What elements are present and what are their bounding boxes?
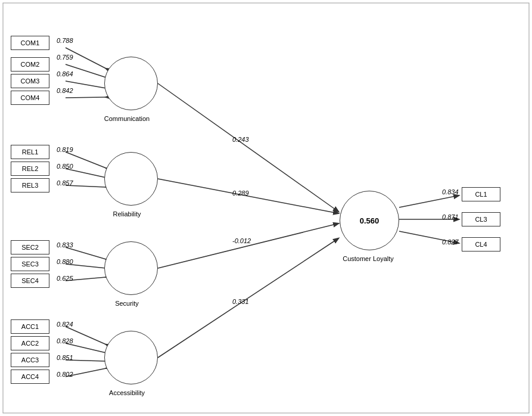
security-circle (104, 241, 158, 295)
cl1-label: CL1 (475, 191, 487, 198)
svg-line-5 (66, 169, 106, 178)
svg-line-18 (399, 195, 459, 207)
communication-label: Communication (91, 115, 163, 122)
rel3-label: REL3 (22, 182, 39, 189)
com4-label: COM4 (21, 94, 40, 101)
rel3-loading: 0.857 (57, 179, 73, 187)
acc2-box: ACC2 (11, 336, 49, 350)
com3-box: COM3 (11, 74, 49, 88)
reliability-circle (104, 152, 158, 206)
customer-loyalty-label: Customer Loyalty (326, 255, 410, 262)
com1-loading: 0.788 (57, 37, 73, 44)
sec2-label: SEC2 (21, 244, 39, 251)
beta-reliability: 0.289 (232, 190, 249, 197)
beta-communication: 0.243 (232, 136, 249, 143)
acc3-loading: 0.851 (57, 354, 73, 361)
sec4-loading: 0.625 (57, 275, 73, 282)
rel2-loading: 0.850 (57, 163, 73, 170)
r2-value: 0.560 (360, 216, 379, 225)
sec3-loading: 0.880 (57, 258, 73, 265)
accessibility-label: Accessibility (91, 389, 163, 396)
cl3-label: CL3 (475, 216, 487, 223)
beta-security: -0.012 (232, 237, 251, 244)
security-label: Security (91, 300, 163, 307)
svg-line-7 (66, 247, 106, 259)
cl4-box: CL4 (462, 237, 500, 252)
cl1-box: CL1 (462, 187, 500, 201)
sec3-box: SEC3 (11, 257, 49, 271)
sec2-box: SEC2 (11, 240, 49, 254)
rel3-box: REL3 (11, 178, 49, 193)
com4-loading: 0.842 (57, 87, 73, 94)
cl3-box: CL3 (462, 212, 500, 226)
cl4-loading: 0.827 (442, 238, 459, 246)
acc1-label: ACC1 (21, 323, 39, 330)
acc1-loading: 0.824 (57, 321, 73, 328)
acc2-loading: 0.828 (57, 337, 73, 344)
sec3-label: SEC3 (21, 260, 39, 268)
com2-box: COM2 (11, 57, 49, 72)
acc4-box: ACC4 (11, 370, 49, 384)
diagram: Communication Reliability Security Acces… (0, 0, 532, 416)
reliability-label: Reliability (91, 210, 163, 218)
com1-box: COM1 (11, 36, 49, 50)
rel1-loading: 0.819 (57, 146, 73, 153)
svg-line-16 (158, 223, 338, 268)
beta-accessibility: 0.331 (232, 298, 249, 305)
acc2-label: ACC2 (21, 340, 39, 347)
communication-circle (104, 57, 158, 110)
rel1-label: REL1 (22, 148, 39, 156)
rel2-label: REL2 (22, 165, 39, 172)
com3-loading: 0.864 (57, 70, 73, 77)
rel2-box: REL2 (11, 162, 49, 176)
com4-box: COM4 (11, 91, 49, 105)
sec2-loading: 0.833 (57, 241, 73, 249)
accessibility-circle (104, 331, 158, 384)
svg-rect-21 (3, 3, 529, 413)
acc3-label: ACC3 (21, 356, 39, 364)
acc1-box: ACC1 (11, 319, 49, 334)
rel1-box: REL1 (11, 145, 49, 159)
com2-loading: 0.759 (57, 54, 73, 61)
cl4-label: CL4 (475, 241, 487, 248)
cl1-loading: 0.834 (442, 188, 459, 195)
com3-label: COM3 (21, 77, 40, 85)
svg-line-3 (66, 97, 106, 98)
acc3-box: ACC3 (11, 353, 49, 367)
sec4-label: SEC4 (21, 277, 39, 284)
com2-label: COM2 (21, 61, 40, 68)
cl3-loading: 0.871 (442, 213, 459, 221)
path-svg (0, 0, 532, 416)
com1-label: COM1 (21, 39, 40, 46)
customer-loyalty-circle: 0.560 (340, 191, 399, 250)
sec4-box: SEC4 (11, 274, 49, 288)
acc4-label: ACC4 (21, 373, 39, 380)
svg-line-11 (66, 343, 106, 353)
acc4-loading: 0.802 (57, 371, 73, 378)
